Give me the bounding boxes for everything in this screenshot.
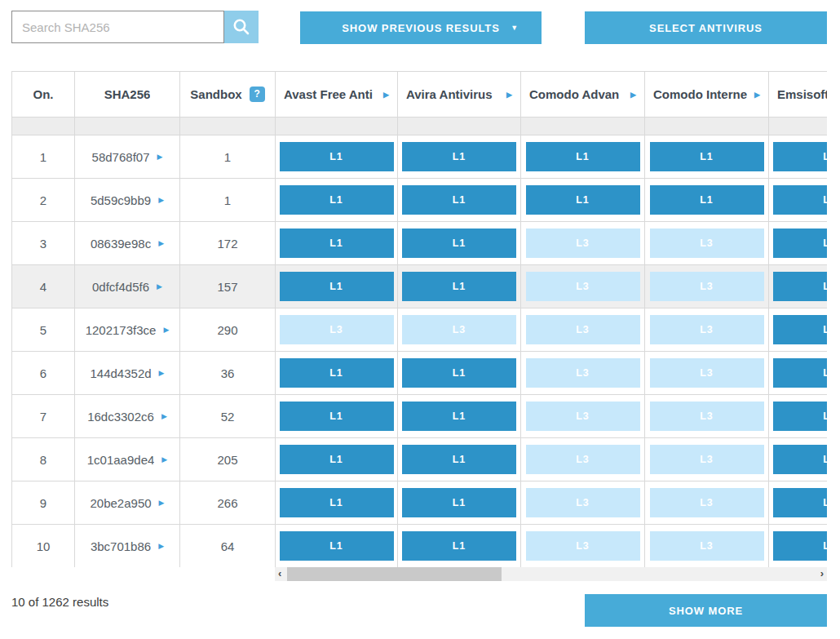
level-badge[interactable]: L1 xyxy=(773,272,828,301)
level-badge[interactable]: L1 xyxy=(280,272,394,301)
level-badge[interactable]: L3 xyxy=(650,402,764,431)
level-badge[interactable]: L1 xyxy=(280,488,394,517)
search-button[interactable] xyxy=(224,11,259,43)
cell-av-result: L3 xyxy=(645,308,769,352)
cell-index: 1 xyxy=(12,135,75,179)
level-badge[interactable]: L1 xyxy=(773,229,828,258)
expand-column-icon[interactable]: ▶ xyxy=(630,91,636,99)
level-badge[interactable]: L3 xyxy=(650,531,764,561)
level-badge[interactable]: L1 xyxy=(402,272,516,301)
level-badge[interactable]: L1 xyxy=(773,488,828,517)
level-badge[interactable]: L1 xyxy=(402,445,516,474)
column-header-comodo-interne[interactable]: Comodo Interne▶ xyxy=(645,72,769,118)
level-badge[interactable]: L1 xyxy=(402,142,516,171)
expand-hash-icon[interactable]: ▶ xyxy=(157,282,162,291)
level-badge[interactable]: L1 xyxy=(402,229,516,258)
level-badge[interactable]: L1 xyxy=(773,358,828,388)
scroll-right-icon[interactable]: › xyxy=(820,567,824,581)
expand-column-icon[interactable]: ▶ xyxy=(383,91,389,99)
expand-hash-icon[interactable]: ▶ xyxy=(157,153,162,161)
expand-hash-icon[interactable]: ▶ xyxy=(158,542,164,550)
level-badge[interactable]: L3 xyxy=(526,402,640,431)
scroll-left-icon[interactable]: ‹ xyxy=(278,567,281,581)
cell-sha256: 144d4352d▶ xyxy=(75,352,180,395)
level-badge[interactable]: L1 xyxy=(280,358,394,388)
cell-sha256: 58d768f07▶ xyxy=(75,135,180,179)
level-badge[interactable]: L3 xyxy=(526,488,640,517)
cell-sandbox-count: 205 xyxy=(180,438,276,481)
level-badge[interactable]: L1 xyxy=(773,402,828,431)
column-header-avira-antivirus[interactable]: Avira Antivirus▶ xyxy=(398,72,521,118)
level-badge[interactable]: L1 xyxy=(402,358,516,388)
cell-av-result: L3 xyxy=(645,265,769,308)
horizontal-scrollbar[interactable]: ‹ › xyxy=(275,567,827,581)
column-header-on: On. xyxy=(12,72,75,118)
level-badge[interactable]: L3 xyxy=(526,272,640,301)
sha256-value: 3bc701b86 xyxy=(91,539,151,553)
search-input[interactable] xyxy=(11,11,224,43)
level-badge[interactable]: L1 xyxy=(650,142,764,171)
level-badge[interactable]: L1 xyxy=(773,445,828,474)
level-badge[interactable]: L3 xyxy=(650,445,764,474)
level-badge[interactable]: L1 xyxy=(773,142,828,171)
help-icon[interactable]: ? xyxy=(250,87,265,102)
cell-sha256: 5d59c9bb9▶ xyxy=(75,179,180,222)
level-badge[interactable]: L1 xyxy=(773,531,828,561)
column-header-comodo-advan[interactable]: Comodo Advan▶ xyxy=(521,72,645,118)
expand-hash-icon[interactable]: ▶ xyxy=(159,499,165,507)
expand-hash-icon[interactable]: ▶ xyxy=(161,455,167,464)
cell-av-result: L1 xyxy=(276,265,398,308)
sha256-value: 5d59c9bb9 xyxy=(91,193,151,207)
level-badge[interactable]: L1 xyxy=(280,445,394,474)
level-badge[interactable]: L1 xyxy=(280,185,394,215)
level-badge[interactable]: L1 xyxy=(280,142,394,171)
level-badge[interactable]: L3 xyxy=(280,315,394,344)
expand-hash-icon[interactable]: ▶ xyxy=(158,196,164,204)
level-badge[interactable]: L3 xyxy=(526,229,640,258)
cell-av-result: L1 xyxy=(398,352,521,395)
expand-hash-icon[interactable]: ▶ xyxy=(158,239,164,247)
cell-av-result: L1 xyxy=(398,438,521,481)
sha256-value: 1202173f3ce xyxy=(86,323,157,337)
expand-hash-icon[interactable]: ▶ xyxy=(163,326,169,334)
expand-column-icon[interactable]: ▶ xyxy=(506,91,512,99)
level-badge[interactable]: L1 xyxy=(773,185,828,215)
select-antivirus-button[interactable]: SELECT ANTIVIRUS xyxy=(585,11,827,44)
column-header-avast-free-anti[interactable]: Avast Free Anti▶ xyxy=(276,72,398,118)
level-badge[interactable]: L1 xyxy=(280,402,394,431)
cell-av-result: L1 xyxy=(769,438,828,481)
level-badge[interactable]: L3 xyxy=(526,315,640,344)
expand-hash-icon[interactable]: ▶ xyxy=(161,412,167,420)
level-badge[interactable]: L1 xyxy=(402,185,516,215)
level-badge[interactable]: L1 xyxy=(526,142,640,171)
expand-hash-icon[interactable]: ▶ xyxy=(159,369,165,377)
scrollbar-thumb[interactable] xyxy=(287,567,502,581)
sha256-value: 1c01aa9de4 xyxy=(87,453,155,467)
cell-sandbox-count: 172 xyxy=(180,222,276,265)
level-badge[interactable]: L3 xyxy=(526,445,640,474)
level-badge[interactable]: L1 xyxy=(280,531,394,561)
level-badge[interactable]: L3 xyxy=(650,229,764,258)
table-row: 25d59c9bb9▶1L1L1L1L1L1 xyxy=(12,179,828,222)
level-badge[interactable]: L1 xyxy=(402,531,516,561)
level-badge[interactable]: L3 xyxy=(402,315,516,344)
level-badge[interactable]: L1 xyxy=(650,185,764,215)
cell-av-result: L1 xyxy=(521,179,645,222)
show-more-button[interactable]: SHOW MORE xyxy=(585,594,827,627)
show-more-label: SHOW MORE xyxy=(669,605,743,617)
level-badge[interactable]: L3 xyxy=(526,531,640,561)
level-badge[interactable]: L3 xyxy=(650,315,764,344)
level-badge[interactable]: L3 xyxy=(650,488,764,517)
level-badge[interactable]: L1 xyxy=(526,185,640,215)
cell-sha256: 3bc701b86▶ xyxy=(75,525,180,568)
level-badge[interactable]: L1 xyxy=(402,488,516,517)
level-badge[interactable]: L3 xyxy=(526,358,640,388)
level-badge[interactable]: L1 xyxy=(402,402,516,431)
show-previous-results-button[interactable]: SHOW PREVIOUS RESULTS ▼ xyxy=(300,11,542,44)
level-badge[interactable]: L1 xyxy=(280,229,394,258)
level-badge[interactable]: L3 xyxy=(650,358,764,388)
level-badge[interactable]: L3 xyxy=(650,272,764,301)
column-header-emsisoft[interactable]: Emsisoft▶ xyxy=(769,72,828,118)
expand-column-icon[interactable]: ▶ xyxy=(754,91,760,99)
level-badge[interactable]: L1 xyxy=(773,315,828,344)
